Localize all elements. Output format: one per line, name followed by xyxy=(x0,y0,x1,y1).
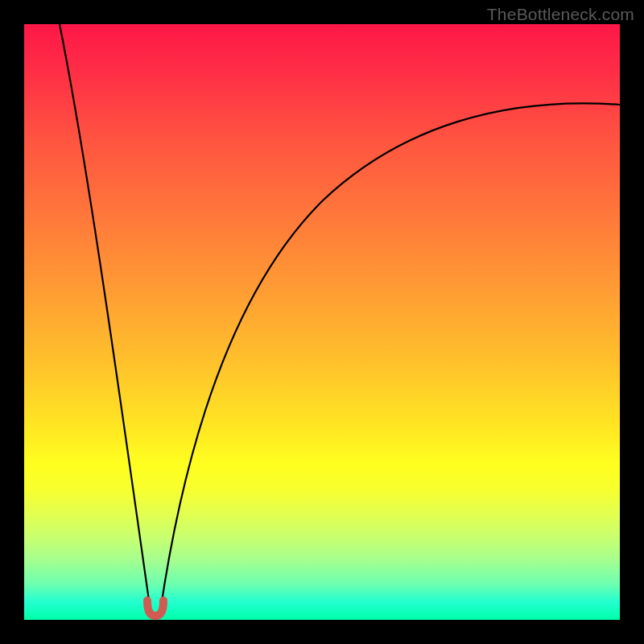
curve-right-branch xyxy=(160,103,620,612)
minimum-marker xyxy=(147,601,163,616)
chart-svg xyxy=(24,24,620,620)
curve-left-branch xyxy=(60,24,151,612)
chart-plot-area xyxy=(24,24,620,620)
chart-frame: TheBottleneck.com xyxy=(0,0,644,644)
watermark-text: TheBottleneck.com xyxy=(487,5,634,24)
